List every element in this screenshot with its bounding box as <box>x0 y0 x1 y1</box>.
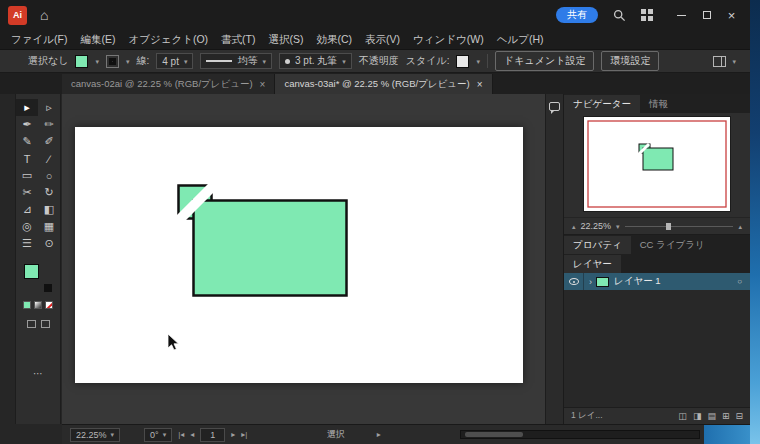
gradient-swatch-button[interactable] <box>34 301 42 309</box>
scale-tool[interactable]: ⊿ <box>16 201 38 218</box>
artboard[interactable] <box>75 127 523 383</box>
type-tool[interactable]: T <box>16 150 38 167</box>
style-caret-icon[interactable]: ▾ <box>476 58 480 65</box>
zoom-level-dropdown[interactable]: 22.25% ▾ <box>70 428 120 442</box>
panel-arrangement-icon[interactable] <box>713 56 726 67</box>
eyedropper-tool[interactable]: ◎ <box>16 218 38 235</box>
opacity-label[interactable]: 不透明度 <box>359 54 399 68</box>
zoom-value-caret-icon[interactable]: ▾ <box>616 223 620 230</box>
stroke-caret-icon[interactable]: ▾ <box>126 58 130 65</box>
none-swatch-button[interactable] <box>45 301 53 309</box>
document-setup-button[interactable]: ドキュメント設定 <box>495 51 594 71</box>
scissors-tool[interactable]: ✂ <box>16 184 38 201</box>
menu-edit[interactable]: 編集(E) <box>80 33 115 47</box>
tab-navigator[interactable]: ナビゲーター <box>564 95 640 113</box>
selection-tool[interactable]: ▸ <box>16 99 38 116</box>
fill-caret-icon[interactable]: ▾ <box>95 58 99 65</box>
zoom-in-icon[interactable]: ▴ <box>738 223 742 230</box>
illustrator-app-icon[interactable]: Ai <box>8 6 27 25</box>
menu-effect[interactable]: 効果(C) <box>316 33 352 47</box>
next-artboard-button[interactable]: ▸ <box>231 430 235 439</box>
menu-help[interactable]: ヘルプ(H) <box>497 33 544 47</box>
canvas[interactable] <box>62 94 545 424</box>
delete-layer-icon[interactable]: ⊟ <box>735 411 743 421</box>
current-tool-status: 選択 <box>327 428 345 441</box>
zoom-slider-thumb[interactable] <box>666 223 671 230</box>
layer-target-icon[interactable]: ○ <box>737 277 742 286</box>
mask-icon[interactable]: ◨ <box>693 411 702 421</box>
menu-window[interactable]: ウィンドウ(W) <box>413 33 484 47</box>
large-rectangle-shape[interactable] <box>194 201 347 296</box>
horizontal-scrollbar[interactable] <box>460 430 700 439</box>
home-icon[interactable]: ⌂ <box>40 8 48 22</box>
navigator-preview[interactable] <box>583 116 731 212</box>
rotate-tool[interactable]: ↻ <box>38 184 60 201</box>
layer-row[interactable]: › レイヤー 1 ○ <box>564 273 750 290</box>
draw-normal-icon[interactable] <box>27 320 36 328</box>
tab-close-icon[interactable]: × <box>260 79 266 90</box>
gradient-tool[interactable]: ◧ <box>38 201 60 218</box>
status-popup-icon[interactable]: ▸ <box>377 430 381 439</box>
menu-type[interactable]: 書式(T) <box>221 33 255 47</box>
layer-thumbnail[interactable] <box>596 277 609 287</box>
maximize-button[interactable] <box>694 0 719 30</box>
menu-select[interactable]: 選択(S) <box>268 33 303 47</box>
navigator-zoom-value[interactable]: 22.25% <box>581 221 612 231</box>
stroke-width-dropdown[interactable]: 4 pt ▾ <box>156 53 193 69</box>
hand-tool[interactable]: ☰ <box>16 235 38 252</box>
close-button[interactable]: × <box>719 0 744 30</box>
scrollbar-thumb[interactable] <box>465 432 523 437</box>
layer-name[interactable]: レイヤー 1 <box>614 275 661 288</box>
curvature-tool[interactable]: ✏ <box>38 116 60 133</box>
collect-icon[interactable]: ◫ <box>678 411 687 421</box>
panel-arrangement-caret-icon[interactable]: ▾ <box>732 58 736 65</box>
comment-icon[interactable] <box>549 102 560 111</box>
brush-tool[interactable]: ✎ <box>16 133 38 150</box>
visibility-cell[interactable] <box>564 273 584 290</box>
ellipse-tool[interactable]: ○ <box>38 167 60 184</box>
tab-info[interactable]: 情報 <box>640 95 677 113</box>
zoom-slider[interactable] <box>625 226 734 227</box>
width-profile-dropdown[interactable]: 均等 ▾ <box>200 53 272 69</box>
minimize-button[interactable] <box>669 0 694 30</box>
zoom-out-icon[interactable]: ▴ <box>572 223 576 230</box>
color-swatch-button[interactable] <box>23 301 31 309</box>
tab-close-icon[interactable]: × <box>477 79 483 90</box>
tab-cc-libraries[interactable]: CC ライブラリ <box>631 236 714 254</box>
last-artboard-button[interactable]: ▸| <box>241 430 247 439</box>
pencil-tool[interactable]: ✐ <box>38 133 60 150</box>
preferences-button[interactable]: 環境設定 <box>601 51 659 71</box>
artboard-tool[interactable]: ▦ <box>38 218 60 235</box>
menu-object[interactable]: オブジェクト(O) <box>128 33 208 47</box>
first-artboard-button[interactable]: |◂ <box>178 430 184 439</box>
previous-artboard-button[interactable]: ◂ <box>190 430 194 439</box>
stroke-color-swatch[interactable] <box>106 55 119 68</box>
document-tab-canvas-02[interactable]: canvas-02ai @ 22.25 % (RGB/プレビュー) × <box>62 74 275 94</box>
style-swatch[interactable] <box>456 55 469 68</box>
new-layer-icon[interactable]: ⊞ <box>722 411 730 421</box>
new-sublayer-icon[interactable]: ▤ <box>707 411 716 421</box>
menu-file[interactable]: ファイル(F) <box>11 33 67 47</box>
line-tool[interactable]: ∕ <box>38 150 60 167</box>
workspace-apps-icon[interactable] <box>641 9 653 21</box>
tab-layers[interactable]: レイヤー <box>564 255 621 273</box>
share-button[interactable]: 共有 <box>556 7 598 23</box>
expand-chevron-icon[interactable]: › <box>589 277 592 287</box>
rotation-dropdown[interactable]: 0° ▾ <box>144 428 172 442</box>
menu-view[interactable]: 表示(V) <box>365 33 400 47</box>
fill-well[interactable] <box>24 264 39 279</box>
direct-selection-tool[interactable]: ▹ <box>38 99 60 116</box>
tab-properties[interactable]: プロパティ <box>564 236 631 254</box>
document-tab-canvas-03[interactable]: canvas-03ai* @ 22.25 % (RGB/プレビュー) × <box>275 74 492 94</box>
draw-behind-icon[interactable] <box>41 320 50 328</box>
stroke-well[interactable] <box>44 284 52 292</box>
fill-color-swatch[interactable] <box>75 55 88 68</box>
search-icon[interactable] <box>613 9 626 22</box>
zoom-tool[interactable]: ⊙ <box>38 235 60 252</box>
rectangle-tool[interactable]: ▭ <box>16 167 38 184</box>
artboard-number-field[interactable]: 1 <box>200 428 225 442</box>
fill-stroke-wells <box>24 264 52 292</box>
edit-toolbar-button[interactable]: ⋯ <box>33 368 43 379</box>
brush-dropdown[interactable]: 3 pt. 丸筆 ▾ <box>279 53 352 69</box>
pen-tool[interactable]: ✒ <box>16 116 38 133</box>
